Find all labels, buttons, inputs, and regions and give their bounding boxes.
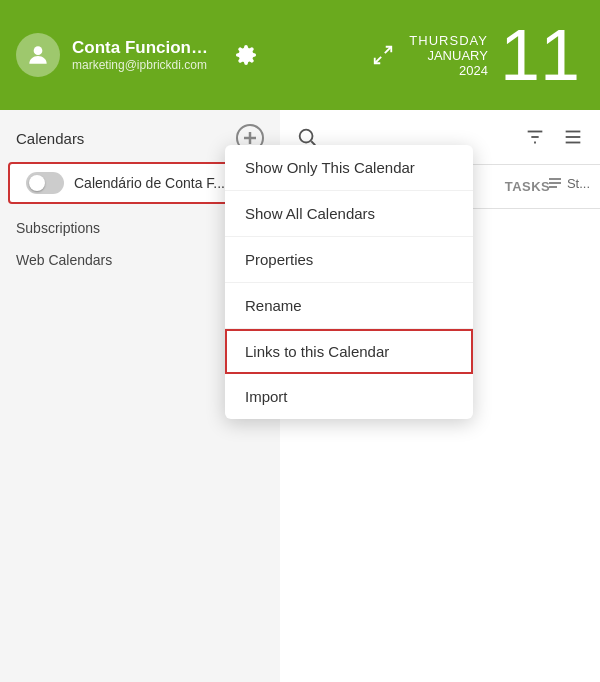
context-menu: Show Only This Calendar Show All Calenda… <box>225 145 473 419</box>
plus-icon <box>243 131 257 145</box>
settings-button[interactable] <box>228 37 264 73</box>
user-email: marketing@ipbrickdi.com <box>72 58 216 72</box>
date-number: 11 <box>500 19 580 91</box>
expand-button[interactable] <box>369 41 397 69</box>
date-month: JANUARY <box>409 48 488 63</box>
expand-icon <box>372 44 394 66</box>
date-year: 2024 <box>409 63 488 78</box>
calendars-label: Calendars <box>16 130 84 147</box>
user-info: Conta Funcional ... marketing@ipbrickdi.… <box>72 38 216 72</box>
svg-line-3 <box>375 57 381 63</box>
gear-icon <box>235 44 257 66</box>
list-icon <box>547 175 563 191</box>
header-left: Conta Funcional ... marketing@ipbrickdi.… <box>0 0 280 110</box>
date-display: THURSDAY JANUARY 2024 <box>409 33 488 78</box>
filter-icon-2[interactable] <box>562 126 584 148</box>
menu-item-links[interactable]: Links to this Calendar <box>225 329 473 374</box>
start-label: St... <box>567 176 590 191</box>
top-header: Conta Funcional ... marketing@ipbrickdi.… <box>0 0 600 110</box>
filter-icons <box>524 126 584 148</box>
calendar-toggle[interactable] <box>26 172 64 194</box>
user-name: Conta Funcional ... <box>72 38 216 58</box>
filter-icon-1[interactable] <box>524 126 546 148</box>
header-right: THURSDAY JANUARY 2024 11 <box>280 0 600 110</box>
start-text: St... <box>547 175 590 191</box>
svg-point-4 <box>300 130 313 143</box>
svg-line-2 <box>385 47 391 53</box>
menu-item-properties[interactable]: Properties <box>225 237 473 283</box>
menu-item-import[interactable]: Import <box>225 374 473 419</box>
user-icon <box>25 42 51 68</box>
date-day-name: THURSDAY <box>409 33 488 48</box>
menu-item-show-all[interactable]: Show All Calendars <box>225 191 473 237</box>
menu-item-show-only[interactable]: Show Only This Calendar <box>225 145 473 191</box>
svg-point-0 <box>34 46 43 55</box>
menu-item-rename[interactable]: Rename <box>225 283 473 329</box>
toggle-thumb <box>29 175 45 191</box>
avatar <box>16 33 60 77</box>
